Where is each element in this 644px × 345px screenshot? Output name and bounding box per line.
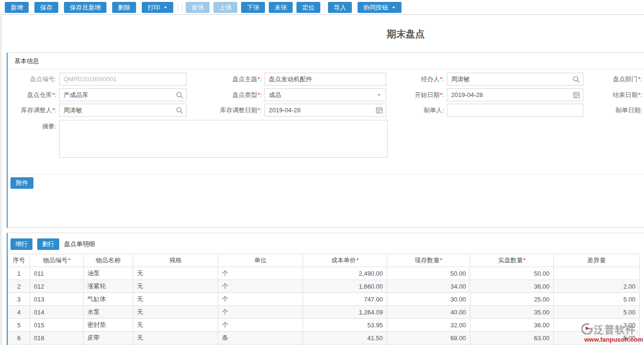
cell[interactable]: 1 — [8, 267, 30, 280]
next-record-button[interactable]: 下张 — [241, 2, 265, 13]
cell[interactable]: 34.00 — [387, 280, 470, 293]
table-row[interactable]: 3013气缸体无个747.0030.0025.005.00 — [8, 293, 640, 306]
calendar-icon[interactable] — [570, 89, 583, 101]
cell[interactable]: 35.00 — [470, 306, 554, 319]
cell[interactable]: 014 — [30, 306, 84, 319]
cell[interactable]: 32.00 — [387, 319, 470, 332]
cell[interactable]: 63.00 — [470, 332, 554, 345]
cell[interactable]: 个 — [218, 306, 303, 319]
search-icon[interactable] — [570, 73, 583, 85]
table-row[interactable]: 1011油泵无个2,490.0050.0050.00 — [8, 267, 640, 280]
col-difference: 差异量 — [554, 254, 640, 267]
cell[interactable]: 个 — [218, 280, 303, 293]
save-and-new-button[interactable]: 保存且新增 — [64, 2, 106, 13]
start-date-input[interactable] — [447, 88, 583, 101]
cell[interactable]: 皮带 — [84, 332, 133, 345]
search-icon[interactable] — [173, 89, 186, 101]
add-button[interactable]: 新增 — [5, 2, 29, 13]
previous-record-button[interactable]: 上张 — [213, 2, 237, 13]
preparer-label: 制单人 — [386, 104, 444, 117]
cell[interactable]: 6 — [8, 332, 30, 345]
adjust-date-input[interactable] — [264, 104, 386, 117]
cell[interactable]: 016 — [30, 332, 84, 345]
cell[interactable]: 36.00 — [470, 280, 554, 293]
cell[interactable]: 无 — [133, 293, 218, 306]
cell[interactable]: 50.00 — [387, 267, 470, 280]
locate-button[interactable]: 定位 — [296, 2, 320, 13]
calendar-icon[interactable] — [372, 104, 386, 116]
cell[interactable]: 30.00 — [387, 293, 470, 306]
cell[interactable]: 3 — [8, 293, 30, 306]
cell[interactable]: 50.00 — [470, 267, 554, 280]
cell[interactable]: 密封垫 — [84, 319, 133, 332]
warehouse-value[interactable] — [60, 91, 173, 98]
delete-row-button[interactable]: 删行 — [37, 238, 59, 250]
cell[interactable]: 1,264.09 — [303, 306, 387, 319]
search-icon[interactable] — [173, 104, 186, 116]
add-row-button[interactable]: 增行 — [11, 238, 32, 250]
cell[interactable]: 2,490.00 — [303, 267, 387, 280]
cell[interactable]: 气缸体 — [84, 293, 133, 306]
warehouse-input[interactable] — [59, 88, 187, 101]
caret-down-icon[interactable]: ▼ — [372, 89, 386, 101]
cell[interactable]: 无 — [133, 319, 218, 332]
cell[interactable]: 水泵 — [84, 306, 133, 319]
cell[interactable]: 68.00 — [387, 332, 470, 345]
import-button[interactable]: 导入 — [328, 2, 352, 13]
preparer-value[interactable] — [447, 107, 583, 114]
cell[interactable]: 油泵 — [84, 267, 133, 280]
cell[interactable]: 015 — [30, 319, 84, 332]
adjuster-value[interactable] — [60, 107, 173, 114]
cell[interactable]: 011 — [30, 267, 84, 280]
print-button[interactable]: 打印▼ — [142, 2, 173, 13]
cell[interactable]: 41.50 — [303, 332, 387, 345]
table-row[interactable]: 4014水泵无个1,264.0940.0035.005.00 — [8, 306, 640, 319]
cell[interactable]: 5.00 — [554, 306, 640, 319]
cell[interactable]: 40.00 — [387, 306, 470, 319]
watermark-url: www.fanpusoft.com — [584, 336, 644, 343]
start-date-value[interactable] — [447, 91, 570, 98]
adjust-date-value[interactable] — [265, 107, 372, 114]
cell[interactable]: 4 — [8, 306, 30, 319]
last-record-button[interactable]: 末张 — [269, 2, 293, 13]
type-select[interactable]: ▼ — [264, 88, 386, 101]
cell[interactable] — [554, 267, 640, 280]
table-row[interactable]: 6016皮带无条41.5068.0063.005.00 — [8, 332, 640, 345]
adjuster-input[interactable] — [59, 104, 187, 117]
table-row[interactable]: 2012涨紧轮无个1,660.0034.0036.002.00 — [8, 280, 640, 293]
cell[interactable]: 无 — [133, 267, 218, 280]
cell[interactable]: 涨紧轮 — [84, 280, 133, 293]
cell[interactable]: 012 — [30, 280, 84, 293]
save-button[interactable]: 保存 — [34, 2, 58, 13]
summary-textarea[interactable] — [59, 120, 388, 158]
handler-value[interactable] — [447, 75, 570, 83]
collaboration-button[interactable]: 协同按钮▼ — [358, 2, 401, 13]
cell[interactable]: 2.00 — [554, 280, 640, 293]
cell[interactable]: 个 — [218, 293, 303, 306]
cell[interactable]: 个 — [218, 267, 303, 280]
cell[interactable]: 无 — [133, 280, 218, 293]
cell[interactable]: 5.00 — [554, 293, 640, 306]
preparer-input[interactable] — [447, 104, 583, 117]
cell[interactable]: 53.95 — [303, 319, 387, 332]
cell[interactable]: 747.00 — [303, 293, 387, 306]
subject-input[interactable] — [264, 73, 386, 86]
cell[interactable]: 个 — [218, 319, 303, 332]
handler-input[interactable] — [447, 73, 583, 86]
cell[interactable]: 25.00 — [470, 293, 554, 306]
cell[interactable]: 36.00 — [470, 319, 554, 332]
cell[interactable]: 1,660.00 — [303, 280, 387, 293]
summary-label: 摘要 — [8, 120, 56, 133]
cell[interactable]: 5 — [8, 319, 30, 332]
delete-button[interactable]: 删除 — [112, 2, 136, 13]
type-value[interactable] — [265, 91, 372, 98]
cell[interactable]: 条 — [218, 332, 303, 345]
table-row[interactable]: 5015密封垫无个53.9532.0036.003.00 — [8, 319, 640, 332]
attachment-button[interactable]: 附件 — [11, 177, 33, 189]
cell[interactable]: 无 — [133, 332, 218, 345]
cell[interactable]: 2 — [8, 280, 30, 293]
cell[interactable]: 013 — [30, 293, 84, 306]
subject-value[interactable] — [265, 75, 386, 83]
cell[interactable]: 无 — [133, 306, 218, 319]
first-record-button[interactable]: 首张 — [186, 2, 210, 13]
